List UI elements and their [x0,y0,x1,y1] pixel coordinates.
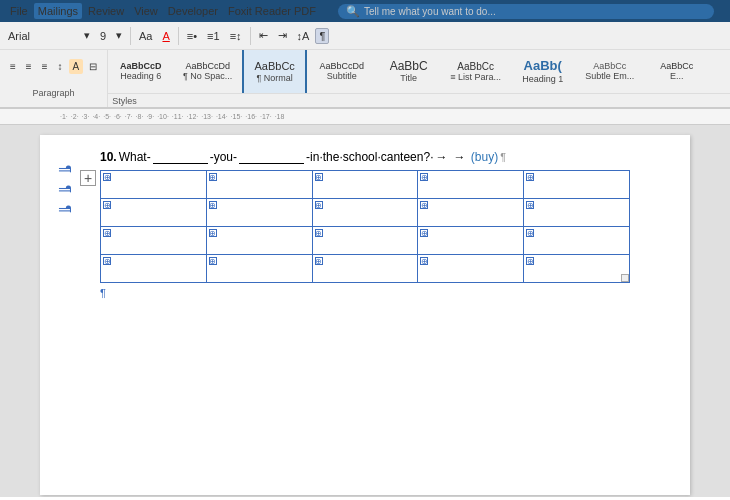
table-cell[interactable]: ⊕ [312,199,418,227]
table-cell[interactable]: ⊕ [312,171,418,199]
table-cell[interactable]: ⊕ [206,227,312,255]
align-center-btn[interactable]: ≡ [22,59,36,74]
cell-anchor-icon: ⊕ [103,201,111,209]
shading-btn[interactable]: A [69,59,84,74]
ribbon: Arial ▾ 9 ▾ Aa A ≡• ≡1 ≡↕ ⇤ ⇥ ↕A ¶ ≡ ≡ ≡… [0,22,730,109]
menu-tab-view[interactable]: View [130,3,162,19]
after-table-line: ¶ [100,287,630,299]
style-title-label: Title [400,73,417,83]
search-bar[interactable]: 🔍 Tell me what you want to do... [338,4,714,19]
cell-anchor-icon: ⊕ [526,201,534,209]
cell-anchor-icon: ⊕ [103,229,111,237]
style-list-para-preview: AaBbCc [457,61,494,72]
pilcrow-marker-3: ¶ [58,205,74,213]
table-cell[interactable]: ⊕ [101,227,207,255]
cell-anchor-icon: ⊕ [315,229,323,237]
border-btn[interactable]: ⊟ [85,59,101,74]
style-extra[interactable]: AaBbCc E... [644,50,709,93]
font-name-label: Arial [8,30,30,42]
style-list-para[interactable]: AaBbCc ≡ List Para... [443,50,508,93]
table-cell[interactable]: ⊕ [101,199,207,227]
document-area: ¶ ¶ ¶ 10. What- -you- -in·the·school·can… [0,125,730,497]
line-what: What- [119,150,151,164]
font-size-selector[interactable]: 9 ▾ [96,27,126,44]
style-heading6-preview: AaBbCcD [120,62,162,72]
table-cell[interactable]: ⊕ [524,171,630,199]
numbered-list-btn[interactable]: ≡1 [203,28,224,44]
style-subtitle-label: Subtitle [327,71,357,81]
style-subtle-em[interactable]: AaBbCc Subtle Em... [577,50,642,93]
multilevel-list-btn[interactable]: ≡↕ [226,28,246,44]
table-cell[interactable]: ⊕ [524,227,630,255]
divider-3 [250,27,251,45]
menu-tab-foxit[interactable]: Foxit Reader PDF [224,3,320,19]
divider-1 [130,27,131,45]
document-page: ¶ ¶ ¶ 10. What- -you- -in·the·school·can… [40,135,690,495]
chevron-down-icon: ▾ [84,29,90,42]
table-row: ⊕ ⊕ ⊕ ⊕ ⊕ [101,199,630,227]
ribbon-toolbar: Arial ▾ 9 ▾ Aa A ≡• ≡1 ≡↕ ⇤ ⇥ ↕A ¶ [0,22,730,50]
style-title-preview: AaBbC [390,60,428,73]
add-row-button[interactable]: + [80,170,96,186]
table-cell[interactable]: ⊕ [418,199,524,227]
menu-tab-developer[interactable]: Developer [164,3,222,19]
table-wrapper: + ⊕ ⊕ ⊕ ⊕ [100,170,630,283]
align-left-btn[interactable]: ≡ [6,59,20,74]
cell-anchor-icon: ⊕ [420,201,428,209]
line-number: 10. [100,150,117,164]
table-cell[interactable]: ⊕ [101,255,207,283]
cell-anchor-icon: ⊕ [526,229,534,237]
show-formatting-btn[interactable]: ¶ [315,28,329,44]
style-subtitle[interactable]: AaBbCcDd Subtitle [309,50,374,93]
styles-area: AaBbCcD Heading 6 AaBbCcDd ¶ No Spac... … [108,50,730,93]
title-bar: File Mailings Review View Developer Foxi… [0,0,730,22]
line-blank-1 [153,149,208,164]
ruler-marks: ·1· ·2· ·3· ·4· ·5· ·6· ·7· ·8· ·9· ·10·… [0,109,730,124]
line-blank-2 [239,149,304,164]
cell-anchor-icon: ⊕ [315,257,323,265]
font-size-label: 9 [100,30,106,42]
increase-indent-btn[interactable]: ⇥ [274,27,291,44]
table-cell[interactable]: ⊕ [312,255,418,283]
font-color-btn[interactable]: A [158,28,173,44]
cell-anchor-icon: ⊕ [315,173,323,181]
align-right-btn[interactable]: ≡ [38,59,52,74]
table-cell[interactable]: ⊕ [524,255,630,283]
decrease-indent-btn[interactable]: ⇤ [255,27,272,44]
table-cell[interactable]: ⊕ [312,227,418,255]
table-cell[interactable]: ⊕ [418,227,524,255]
table-cell[interactable]: ⊕ [101,171,207,199]
cell-anchor-icon: ⊕ [526,257,534,265]
bullet-list-btn[interactable]: ≡• [183,28,201,44]
table-cell[interactable]: ⊕ [206,199,312,227]
line-rest: -in·the·school·canteen?· [306,150,433,164]
table-cell[interactable]: ⊕ [418,171,524,199]
table-cell[interactable]: ⊕ [524,199,630,227]
sort-btn[interactable]: ↕A [293,28,314,44]
menu-tab-review: Review [84,3,128,19]
table-cell[interactable]: ⊕ [418,255,524,283]
style-heading1[interactable]: AaBb( Heading 1 [510,50,575,93]
style-normal[interactable]: AaBbCc ¶ Normal [242,50,307,93]
style-heading6[interactable]: AaBbCcD Heading 6 [108,50,173,93]
styles-group-label: Styles [112,96,137,106]
uppercase-btn[interactable]: Aa [135,28,156,44]
style-title[interactable]: AaBbC Title [376,50,441,93]
table-cell[interactable]: ⊕ [206,171,312,199]
style-no-spacing[interactable]: AaBbCcDd ¶ No Spac... [175,50,240,93]
cell-anchor-icon: ⊕ [420,229,428,237]
menu-tab-mailings[interactable]: Mailings [34,3,82,19]
style-list-para-label: ≡ List Para... [450,72,501,82]
style-no-spacing-label: ¶ No Spac... [183,71,232,81]
font-name-selector[interactable]: Arial ▾ [4,27,94,44]
cell-anchor-icon: ⊕ [103,257,111,265]
corner-resize-icon[interactable] [621,274,629,282]
line-spacing-btn[interactable]: ↕ [54,59,67,74]
menu-tab-file[interactable]: File [6,3,32,19]
after-table-pilcrow: ¶ [100,287,106,299]
cell-anchor-icon: ⊕ [420,173,428,181]
cell-anchor-icon: ⊕ [420,257,428,265]
divider-2 [178,27,179,45]
table-cell[interactable]: ⊕ [206,255,312,283]
style-no-spacing-preview: AaBbCcDd [185,62,230,72]
